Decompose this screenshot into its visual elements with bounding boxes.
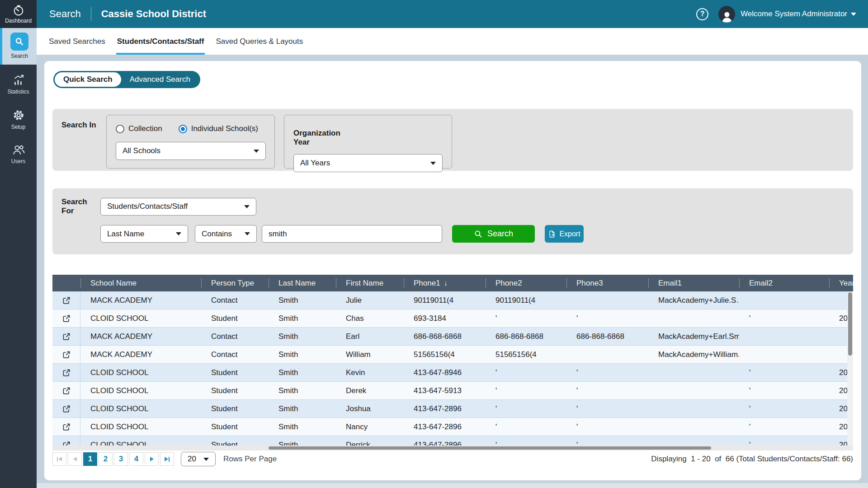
vertical-scrollbar[interactable] (847, 291, 853, 446)
horizontal-scrollbar[interactable] (52, 446, 853, 450)
column-header-first-name[interactable]: First Name (336, 275, 404, 291)
sidebar-item-label: Setup (11, 124, 25, 130)
cell-email1: MackAcademy+William.… (648, 346, 739, 363)
welcome-text: Welcome System Administrator (741, 9, 847, 19)
cell-email2: ' (739, 436, 829, 446)
organization-year-fieldset: Organization Year All Years (284, 115, 452, 169)
cell-last-name: Smith (269, 346, 336, 363)
column-header-phone1[interactable]: Phone1↓ (404, 275, 486, 291)
field-select-value: Last Name (107, 230, 144, 239)
search-type-select[interactable]: Students/Contacts/Staff (100, 198, 256, 216)
last-page-button[interactable] (160, 452, 174, 466)
table-row: MACK ACADEMY Contact Smith William 51565… (52, 346, 853, 364)
open-record-button[interactable] (52, 400, 80, 418)
vertical-scrollbar-thumb[interactable] (848, 292, 852, 356)
page-buttons: 1234 (83, 452, 145, 466)
column-header-person-type[interactable]: Person Type (201, 275, 269, 291)
cell-phone3 (566, 291, 648, 309)
year-select[interactable]: All Years (293, 154, 443, 172)
tab-saved-queries-layouts[interactable]: Saved Queries & Layouts (215, 28, 304, 55)
user-menu[interactable]: Welcome System Administrator (741, 9, 856, 19)
column-header-email2[interactable]: Email2 (739, 275, 829, 291)
cell-email2: ' (739, 418, 829, 436)
page-button-3[interactable]: 3 (114, 452, 128, 466)
magnifier-icon (10, 33, 28, 51)
cell-email2 (739, 291, 829, 309)
chevron-down-icon (176, 232, 181, 235)
open-record-button[interactable] (52, 382, 80, 399)
tab-students-contacts-staff[interactable]: Students/Contacts/Staff (116, 28, 205, 55)
cell-email2 (739, 328, 829, 345)
district-name: Cassie School District (101, 8, 206, 20)
page-button-2[interactable]: 2 (99, 452, 113, 466)
open-record-button[interactable] (52, 346, 80, 363)
cell-phone1: 413-647-5913 (404, 382, 486, 399)
sidebar: Dashboard Search Statisti (0, 0, 37, 488)
cell-phone1: 413-647-2896 (404, 418, 486, 436)
advanced-search-toggle[interactable]: Advanced Search (121, 72, 199, 87)
rows-per-page-select[interactable]: 20 (181, 452, 216, 466)
cell-school-name: MACK ACADEMY (80, 346, 201, 363)
sidebar-item-users[interactable]: Users (0, 139, 37, 169)
column-header-last-name[interactable]: Last Name (269, 275, 336, 291)
cell-person-type: Contact (201, 291, 269, 309)
individual-schools-radio[interactable]: Individual School(s) (179, 124, 258, 133)
column-header-school-name[interactable]: School Name (80, 275, 201, 291)
search-mode-toggle: Quick Search Advanced Search (53, 71, 200, 88)
cell-phone2: ' (486, 436, 566, 446)
avatar[interactable] (718, 6, 735, 23)
column-header-phone3[interactable]: Phone3 (566, 275, 648, 291)
export-button-label: Export (559, 230, 580, 238)
search-for-label: Search For (61, 197, 100, 216)
app-window: Dashboard Search Statisti (0, 0, 868, 488)
open-record-button[interactable] (52, 436, 80, 446)
open-record-button[interactable] (52, 418, 80, 436)
operator-select[interactable]: Contains (195, 225, 257, 243)
export-button[interactable]: Export (545, 225, 584, 243)
table-body: MACK ACADEMY Contact Smith Julie 9011901… (52, 291, 853, 446)
cell-phone3: ' (566, 364, 648, 381)
page-button-1[interactable]: 1 (83, 452, 97, 466)
collection-radio[interactable]: Collection (116, 124, 162, 133)
search-in-panel: Search In Collection Individual School(s… (52, 109, 853, 171)
pagination-bar: 1234 20 Rows Per Page Displaying 1 - 20 … (52, 452, 853, 466)
open-record-button[interactable] (52, 328, 80, 345)
table-row: CLOID SCHOOL Student Smith Derek 413-647… (52, 382, 853, 400)
cell-phone1: 51565156(4 (404, 346, 486, 363)
previous-page-button[interactable] (68, 452, 82, 466)
table-row: CLOID SCHOOL Student Smith Nancy 413-647… (52, 418, 853, 436)
search-in-label: Search In (61, 121, 98, 171)
sidebar-item-dashboard[interactable]: Dashboard (0, 0, 37, 28)
horizontal-scrollbar-thumb[interactable] (269, 446, 711, 450)
field-select[interactable]: Last Name (100, 225, 188, 243)
first-page-button[interactable] (52, 452, 66, 466)
column-header-email1[interactable]: Email1 (648, 275, 739, 291)
top-header-bar: Search Cassie School District ? Welcome … (37, 0, 868, 28)
cell-phone2: 90119011(4 (486, 291, 566, 309)
page-scrollbar-track[interactable] (37, 483, 868, 488)
sidebar-item-setup[interactable]: Setup (0, 104, 37, 135)
cell-first-name: Derrick (336, 436, 404, 446)
cell-person-type: Student (201, 436, 269, 446)
sidebar-item-search[interactable]: Search (0, 28, 37, 65)
column-header-year[interactable]: Year (829, 275, 853, 291)
open-record-button[interactable] (52, 291, 80, 309)
search-query-input[interactable] (262, 225, 442, 243)
schools-select[interactable]: All Schools (116, 142, 266, 160)
column-header-phone2[interactable]: Phone2 (486, 275, 566, 291)
cell-person-type: Student (201, 400, 269, 418)
cell-email1 (648, 418, 739, 436)
search-button[interactable]: Search (452, 225, 535, 243)
sidebar-item-statistics[interactable]: Statistics (0, 69, 37, 100)
search-card: Quick Search Advanced Search Search In C… (44, 61, 861, 480)
tab-saved-searches[interactable]: Saved Searches (48, 28, 106, 55)
help-icon[interactable]: ? (696, 8, 708, 20)
open-record-button[interactable] (52, 310, 80, 327)
quick-search-toggle[interactable]: Quick Search (55, 72, 121, 87)
cell-last-name: Smith (269, 291, 336, 309)
page-button-4[interactable]: 4 (129, 452, 143, 466)
cell-first-name: Derek (336, 382, 404, 399)
cell-phone1: 413-647-2896 (404, 436, 486, 446)
open-record-button[interactable] (52, 364, 80, 381)
next-page-button[interactable] (145, 452, 159, 466)
